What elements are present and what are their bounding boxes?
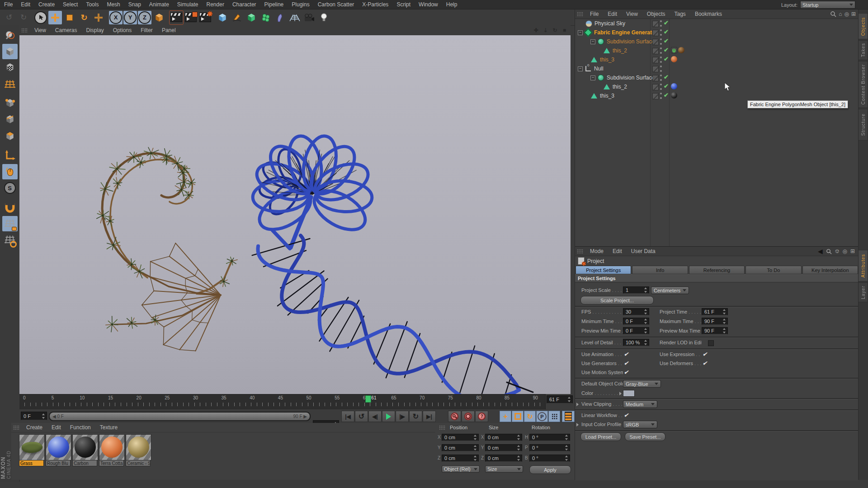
- expand-arrow-icon[interactable]: [576, 403, 579, 406]
- material-name[interactable]: Carbon: [72, 460, 97, 466]
- fps-field[interactable]: 30: [623, 308, 649, 315]
- collapse-icon[interactable]: −: [590, 75, 595, 80]
- menu-tools[interactable]: Tools: [82, 0, 103, 9]
- panel-grip-icon[interactable]: [439, 425, 446, 430]
- om-menu-bookmarks[interactable]: Bookmarks: [690, 11, 726, 17]
- axis-mode-button[interactable]: [2, 148, 18, 163]
- points-mode-button[interactable]: [2, 96, 18, 111]
- visibility-dots[interactable]: [660, 84, 662, 90]
- apply-button[interactable]: Apply: [529, 465, 571, 474]
- key-scale-button[interactable]: [512, 411, 524, 422]
- menu-create[interactable]: Create: [34, 0, 59, 9]
- coordinate-system-button[interactable]: [152, 11, 166, 24]
- lock-icon[interactable]: ⎊: [835, 248, 840, 254]
- tab-info[interactable]: Info: [632, 266, 688, 274]
- viewport-solo-button[interactable]: [2, 164, 18, 179]
- record-keyframe-button[interactable]: [448, 411, 461, 422]
- object-label[interactable]: this_2: [613, 47, 627, 54]
- level-of-detail-field[interactable]: 100 %: [623, 339, 649, 346]
- tab-takes[interactable]: Takes: [859, 40, 868, 60]
- edges-mode-button[interactable]: [2, 112, 18, 127]
- default-object-color-dropdown[interactable]: Gray-Blue: [623, 380, 661, 388]
- material-item[interactable]: Carbon: [72, 434, 98, 466]
- snap-button[interactable]: [2, 200, 18, 215]
- visibility-dots[interactable]: [660, 38, 662, 45]
- key-rotation-button[interactable]: ↻: [524, 411, 536, 422]
- save-preset-button[interactable]: Save Preset...: [625, 432, 665, 441]
- visibility-dots[interactable]: [660, 75, 662, 81]
- key-pla-button[interactable]: [548, 411, 560, 422]
- render-settings-button[interactable]: [198, 11, 212, 24]
- material-item[interactable]: Rough Blu: [46, 434, 71, 466]
- tree-row-null[interactable]: − Null ✔: [575, 64, 859, 73]
- position-y-field[interactable]: 0 cm: [442, 444, 479, 451]
- black-material-tag-icon[interactable]: [671, 92, 677, 99]
- am-menu-mode[interactable]: Mode: [585, 248, 608, 254]
- linear-workflow-checkbox[interactable]: ✔: [624, 412, 628, 418]
- layer-toggle[interactable]: [652, 39, 659, 45]
- key-parameter-button[interactable]: P: [536, 411, 548, 422]
- range-start-field[interactable]: 0 F: [21, 412, 47, 420]
- search-icon[interactable]: [826, 249, 832, 254]
- use-motion-system-checkbox[interactable]: ✔: [624, 369, 628, 375]
- am-menu-edit[interactable]: Edit: [608, 248, 627, 254]
- record-options-button[interactable]: ?: [475, 411, 488, 422]
- visibility-dots[interactable]: [660, 93, 662, 99]
- project-time-field[interactable]: 61 F: [702, 308, 728, 315]
- material-thumbnail[interactable]: [126, 434, 151, 460]
- playhead[interactable]: [365, 395, 371, 403]
- visibility-dots[interactable]: [660, 56, 662, 63]
- enabled-check-icon[interactable]: ✔: [664, 28, 669, 35]
- panel-grip-icon[interactable]: [21, 28, 28, 33]
- menu-help[interactable]: Help: [442, 0, 462, 9]
- spinner-icon[interactable]: [42, 413, 46, 419]
- panel-grip-icon[interactable]: [13, 425, 20, 430]
- orbit-icon[interactable]: ↻: [552, 27, 558, 33]
- lock-workplane-button[interactable]: [2, 216, 18, 231]
- next-key-button[interactable]: ↻: [409, 411, 422, 422]
- viewport-3d-view[interactable]: [19, 35, 571, 394]
- material-menu-edit[interactable]: Edit: [47, 424, 66, 431]
- use-deformers-checkbox[interactable]: ✔: [703, 360, 707, 366]
- material-menu-create[interactable]: Create: [22, 424, 47, 431]
- menu-character[interactable]: Character: [228, 0, 260, 9]
- search-icon[interactable]: [830, 11, 836, 17]
- visibility-dots[interactable]: [660, 66, 662, 72]
- tree-row-this-3[interactable]: this_3 ✔: [575, 55, 859, 64]
- enabled-check-icon[interactable]: ✔: [664, 47, 669, 53]
- menu-animate[interactable]: Animate: [145, 0, 173, 9]
- layer-toggle[interactable]: [652, 21, 659, 27]
- go-to-end-button[interactable]: ▶|: [423, 411, 436, 422]
- toggle-view-icon[interactable]: ■: [561, 27, 568, 33]
- object-label[interactable]: Physical Sky: [594, 20, 625, 27]
- size-x-field[interactable]: 0 cm: [485, 434, 522, 441]
- menu-pipeline[interactable]: Pipeline: [260, 0, 288, 9]
- blue-material-tag-icon[interactable]: [671, 83, 677, 89]
- lock-y-axis-button[interactable]: Y: [123, 11, 137, 24]
- timeline-scroll-thumb[interactable]: ◀ 0 F 90 F ▶: [50, 413, 310, 420]
- dolly-icon[interactable]: ⇣: [542, 27, 549, 33]
- make-editable-button[interactable]: [2, 28, 18, 43]
- viewport-menu-options[interactable]: Options: [108, 27, 136, 33]
- render-picture-viewer-button[interactable]: [184, 11, 198, 24]
- menu-select[interactable]: Select: [59, 0, 82, 9]
- workplane-mode-button[interactable]: [2, 76, 18, 92]
- material-thumbnail[interactable]: [46, 434, 71, 460]
- move-tool-button[interactable]: [48, 11, 62, 24]
- material-item[interactable]: Grass: [19, 434, 45, 466]
- rotation-b-field[interactable]: 0 °: [529, 455, 570, 462]
- object-label[interactable]: Fabric Engine Generator: [594, 29, 657, 36]
- visibility-dots[interactable]: [660, 47, 662, 54]
- om-menu-file[interactable]: File: [585, 11, 603, 17]
- material-menu-texture[interactable]: Texture: [95, 424, 122, 431]
- menu-simulate[interactable]: Simulate: [173, 0, 203, 9]
- layer-toggle[interactable]: [652, 84, 659, 90]
- home-icon[interactable]: ⌂: [839, 11, 842, 17]
- layer-toggle[interactable]: [652, 75, 659, 81]
- tab-key-interpolation[interactable]: Key Interpolation: [802, 266, 858, 274]
- size-y-field[interactable]: 0 cm: [485, 444, 522, 451]
- color-swatch[interactable]: [623, 390, 635, 397]
- add-spline-button[interactable]: [230, 11, 244, 24]
- menu-snap[interactable]: Snap: [124, 0, 145, 9]
- viewport-menu-panel[interactable]: Panel: [157, 27, 180, 33]
